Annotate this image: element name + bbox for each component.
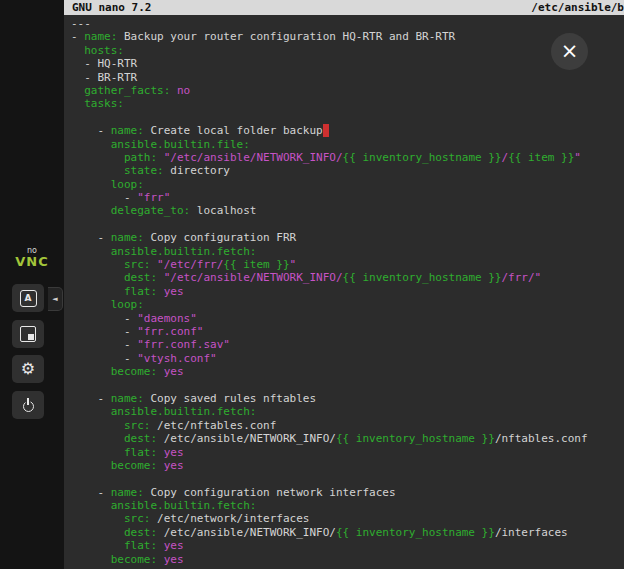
keyboard-icon: A xyxy=(20,290,37,307)
fullscreen-button[interactable] xyxy=(12,320,44,348)
editor-line: ansible.builtin.file: xyxy=(71,138,624,151)
editor-line: dest: /etc/ansible/NETWORK_INFO/{{ inven… xyxy=(71,432,624,445)
editor-line: flat: yes xyxy=(71,539,624,552)
editor-line: become: yes xyxy=(71,553,624,566)
editor-line: - "daemons" xyxy=(71,312,624,325)
editor-line: flat: yes xyxy=(71,285,624,298)
editor-line: ansible.builtin.fetch: xyxy=(71,245,624,258)
editor-line: hosts: xyxy=(71,44,624,57)
editor-line: loop: xyxy=(71,298,624,311)
nano-titlebar: GNU nano 7.2 /etc/ansible/b xyxy=(64,0,624,15)
editor-line xyxy=(71,218,624,231)
nano-filename: /etc/ansible/b xyxy=(531,1,624,14)
collapse-arrow-icon: ◄ xyxy=(52,295,57,303)
novnc-logo: no VNC xyxy=(0,246,64,269)
editor-line: dest: /etc/ansible/NETWORK_INFO/{{ inven… xyxy=(71,526,624,539)
close-icon: × xyxy=(561,41,579,62)
editor-line: - name: Copy configuration network inter… xyxy=(71,486,624,499)
editor-line: src: "/etc/frr/{{ item }}" xyxy=(71,258,624,271)
editor-content[interactable]: ---- name: Backup your router configurat… xyxy=(64,15,624,569)
terminal-window[interactable]: GNU nano 7.2 /etc/ansible/b ---- name: B… xyxy=(64,0,624,569)
novnc-logo-text: VNC xyxy=(0,255,64,269)
editor-line: - name: Backup your router configuration… xyxy=(71,30,624,43)
editor-line xyxy=(71,111,624,124)
editor-line: become: yes xyxy=(71,365,624,378)
editor-line: ansible.builtin.fetch: xyxy=(71,405,624,418)
editor-line: - "vtysh.conf" xyxy=(71,352,624,365)
keyboard-button[interactable]: A xyxy=(12,284,44,312)
gear-icon: ⚙ xyxy=(21,361,35,377)
editor-line: - "frr.conf.sav" xyxy=(71,338,624,351)
editor-line: - BR-RTR xyxy=(71,71,624,84)
vnc-toolbar: no VNC A ⚙ ◄ xyxy=(0,0,64,569)
toolbar-handle[interactable]: ◄ xyxy=(48,287,63,311)
editor-line: - name: Create local folder backup xyxy=(71,124,624,137)
editor-line: - "frr" xyxy=(71,191,624,204)
editor-line: loop: xyxy=(71,178,624,191)
editor-line: src: /etc/nftables.conf xyxy=(71,419,624,432)
editor-line: - name: Copy configuration FRR xyxy=(71,231,624,244)
close-button[interactable]: × xyxy=(551,33,588,70)
settings-button[interactable]: ⚙ xyxy=(12,355,44,383)
editor-line: gather_facts: no xyxy=(71,84,624,97)
editor-line: become: yes xyxy=(71,459,624,472)
screen: no VNC A ⚙ ◄ GNU nano 7.2 /etc/ansible/b… xyxy=(0,0,624,569)
editor-line: state: directory xyxy=(71,164,624,177)
editor-line: - name: Copy saved rules nftables xyxy=(71,392,624,405)
editor-line: dest: "/etc/ansible/NETWORK_INFO/{{ inve… xyxy=(71,271,624,284)
nano-version-label: GNU nano 7.2 xyxy=(72,1,151,14)
editor-line: - "frr.conf" xyxy=(71,325,624,338)
editor-line: path: "/etc/ansible/NETWORK_INFO/{{ inve… xyxy=(71,151,624,164)
editor-line: delegate_to: localhost xyxy=(71,204,624,217)
editor-line: ansible.builtin.fetch: xyxy=(71,499,624,512)
editor-line: tasks: xyxy=(71,97,624,110)
editor-line: flat: yes xyxy=(71,446,624,459)
editor-line xyxy=(71,472,624,485)
editor-line: --- xyxy=(71,17,624,30)
editor-line: src: /etc/network/interfaces xyxy=(71,512,624,525)
power-button[interactable] xyxy=(12,391,44,419)
power-icon xyxy=(21,398,35,412)
fullscreen-icon xyxy=(20,326,36,342)
editor-line xyxy=(71,379,624,392)
editor-line: - HQ-RTR xyxy=(71,57,624,70)
